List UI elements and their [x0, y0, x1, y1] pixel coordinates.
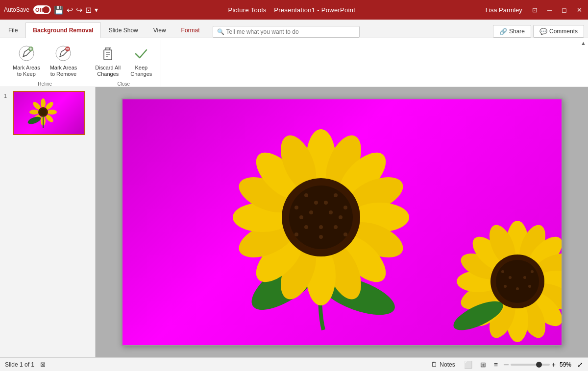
- svg-point-84: [504, 285, 507, 288]
- mark-remove-label: Mark Areas to Remove: [50, 65, 77, 77]
- zoom-control: ─ +: [504, 361, 556, 369]
- svg-point-85: [531, 270, 534, 273]
- svg-point-54: [299, 215, 303, 219]
- svg-point-16: [47, 110, 57, 115]
- present-icon[interactable]: ⊡: [85, 5, 92, 15]
- keep-changes-icon: [132, 44, 150, 63]
- svg-point-79: [496, 260, 539, 303]
- svg-point-49: [334, 225, 338, 229]
- view-reading-icon[interactable]: ≡: [492, 360, 500, 370]
- mark-remove-icon: [54, 44, 73, 63]
- zoom-in-btn[interactable]: +: [552, 361, 556, 369]
- status-right: 🗒 Notes ⬜ ⊞ ≡ ─ + 59% ⤢: [428, 360, 583, 370]
- discard-icon: [98, 44, 117, 63]
- svg-point-47: [309, 210, 313, 214]
- sunflower-secondary: [429, 208, 563, 346]
- ribbon-collapse-button[interactable]: ▲: [581, 40, 586, 46]
- tab-background-removal[interactable]: Background Removal: [25, 23, 100, 38]
- canvas-area[interactable]: [96, 87, 588, 357]
- keep-changes-label: Keep Changes: [130, 65, 152, 77]
- svg-point-83: [528, 285, 531, 288]
- svg-point-82: [516, 287, 519, 290]
- save-icon[interactable]: 💾: [54, 5, 64, 15]
- svg-point-57: [294, 206, 298, 209]
- search-icon: 🔍: [217, 28, 224, 35]
- slide-number: 1: [4, 91, 10, 99]
- view-normal-icon[interactable]: ⬜: [462, 360, 474, 370]
- svg-point-59: [304, 193, 308, 197]
- slide-info: Slide 1 of 1: [5, 361, 34, 368]
- svg-point-52: [314, 201, 318, 205]
- mark-areas-remove-button[interactable]: Mark Areas to Remove: [47, 42, 80, 79]
- slide-canvas: [122, 98, 563, 346]
- ribbon-actions: 🔗 Share 💬 Comments: [493, 25, 588, 38]
- title-bar: AutoSave Off 💾 ↩ ↪ ⊡ ▾ Picture Tools Pre…: [0, 0, 588, 20]
- autosave-toggle[interactable]: Off: [33, 5, 51, 14]
- slide-thumbnail[interactable]: [13, 91, 85, 135]
- main-area: 1: [0, 87, 588, 357]
- svg-point-20: [29, 110, 39, 115]
- app-title: Picture Tools Presentation1 - PowerPoint: [228, 6, 355, 14]
- refine-buttons: Mark Areas to Keep Mark Areas to Remove: [10, 42, 80, 79]
- comments-label: Comments: [549, 28, 578, 35]
- share-button[interactable]: 🔗 Share: [493, 25, 531, 38]
- tab-file[interactable]: File: [1, 22, 25, 38]
- svg-point-81: [509, 276, 512, 279]
- sunflower-main: [191, 105, 466, 340]
- refine-group-label: Refine: [38, 81, 52, 89]
- discard-all-changes-button[interactable]: Discard All Changes: [92, 42, 123, 79]
- mark-areas-keep-button[interactable]: Mark Areas to Keep: [10, 42, 43, 79]
- notes-button[interactable]: 🗒 Notes: [428, 360, 458, 369]
- mark-keep-icon: [17, 44, 36, 63]
- redo-icon[interactable]: ↪: [76, 5, 82, 15]
- view-slide-sorter-icon[interactable]: ⊞: [478, 360, 488, 370]
- window-controls: ⊡ ─ ◻ ✕: [530, 6, 584, 14]
- search-input[interactable]: [226, 28, 355, 35]
- fit-slide-btn[interactable]: ⤢: [577, 361, 583, 369]
- undo-icon[interactable]: ↩: [67, 5, 73, 15]
- svg-point-51: [324, 201, 328, 205]
- svg-point-86: [501, 270, 504, 273]
- ribbon-group-close: Discard All Changes Keep Changes Close: [86, 40, 161, 87]
- svg-point-23: [40, 109, 47, 116]
- svg-point-48: [319, 225, 323, 229]
- presentation-title: Presentation1 - PowerPoint: [274, 6, 355, 14]
- title-bar-left: AutoSave Off 💾 ↩ ↪ ⊡ ▾: [4, 5, 98, 15]
- zoom-out-btn[interactable]: ─: [504, 361, 509, 369]
- svg-point-56: [343, 206, 347, 209]
- keep-changes-button[interactable]: Keep Changes: [127, 42, 155, 79]
- mark-keep-label: Mark Areas to Keep: [13, 65, 40, 77]
- svg-point-60: [343, 232, 347, 236]
- close-btn[interactable]: ✕: [575, 6, 584, 14]
- zoom-level: 59%: [560, 361, 573, 368]
- comments-icon: 💬: [539, 28, 547, 35]
- tab-format[interactable]: Format: [174, 22, 207, 38]
- user-name: Lisa Parmley: [486, 6, 522, 14]
- ribbon-tab-bar: File Background Removal Slide Show View …: [0, 20, 588, 38]
- ribbon-display-btn[interactable]: ⊡: [530, 6, 539, 14]
- svg-point-61: [294, 232, 298, 236]
- comments-button[interactable]: 💬 Comments: [533, 25, 584, 38]
- close-buttons: Discard All Changes Keep Changes: [92, 42, 155, 79]
- customize-icon[interactable]: ▾: [95, 6, 98, 14]
- tab-view[interactable]: View: [146, 22, 173, 38]
- svg-point-55: [319, 235, 323, 239]
- title-bar-right: Lisa Parmley ⊡ ─ ◻ ✕: [486, 6, 584, 14]
- accessibility-icon[interactable]: ⊠: [40, 361, 46, 368]
- search-box[interactable]: 🔍: [213, 26, 360, 38]
- notes-label: Notes: [440, 361, 455, 368]
- svg-point-50: [304, 225, 308, 229]
- autosave-label: AutoSave: [4, 6, 29, 13]
- zoom-thumb: [536, 362, 542, 368]
- restore-btn[interactable]: ◻: [560, 6, 569, 14]
- svg-point-80: [523, 276, 526, 279]
- discard-label: Discard All Changes: [95, 65, 121, 77]
- share-icon: 🔗: [499, 28, 507, 35]
- toggle-off-text: Off: [35, 7, 43, 13]
- zoom-slider[interactable]: [511, 364, 550, 366]
- tab-slide-show[interactable]: Slide Show: [101, 22, 146, 38]
- picture-tools-label: Picture Tools: [228, 6, 266, 14]
- notes-icon: 🗒: [431, 361, 438, 368]
- minimize-btn[interactable]: ─: [545, 6, 554, 14]
- slide-panel: 1: [0, 87, 96, 357]
